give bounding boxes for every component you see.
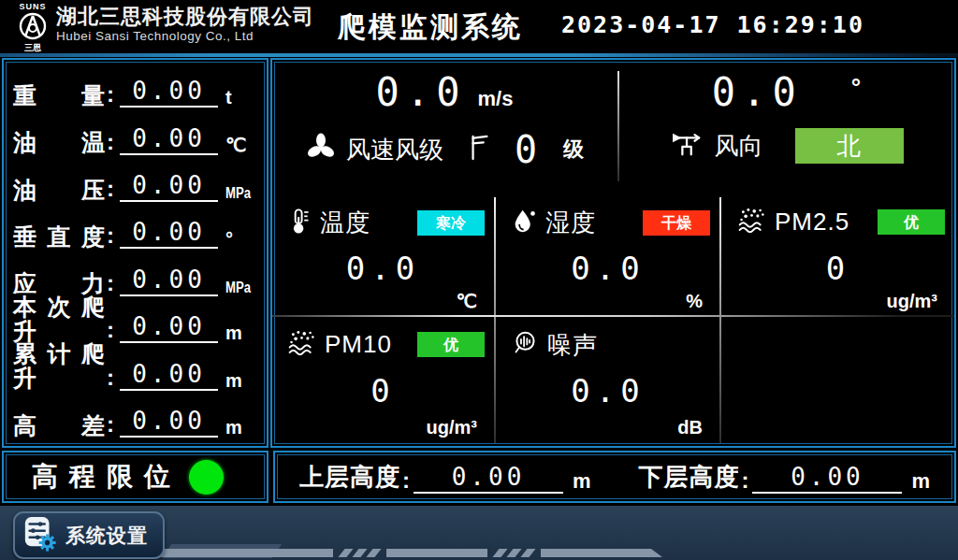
settings-button-label: 系统设置 [65,523,148,549]
env-unit: dB [677,417,703,438]
metrics-panel: 重量: 0.00 t 油温: 0.00 ℃ 油压: 0.00 MPa 垂直度: … [2,58,269,448]
env-label: 湿度 [545,207,596,239]
company-name-en: Hubei Sansi Technology Co., Ltd [56,30,314,43]
colon: : [107,365,114,391]
env-unit: ug/m³ [427,417,477,438]
colon: : [402,467,410,494]
header-divider [0,53,958,57]
metric-label: 本次爬升 [13,294,105,344]
env-value: 0.0 [497,372,719,409]
env-value: 0.0 [272,250,494,287]
datetime-display: 2023-04-17 16:29:10 [561,11,864,38]
logo-sansi-text: 三思 [24,43,42,52]
env-label: PM2.5 [775,208,849,237]
elevation-limit-box: 高程限位 [2,451,269,503]
grid-divider-horizontal [272,315,954,317]
metric-unit: MPa [225,185,254,202]
wind-speed-section: 0.0 m/s 风速风级 [272,62,617,193]
sliders-gear-icon [22,515,58,556]
wind-direction-badge: 北 [795,128,904,164]
wind-level-icon [468,134,492,165]
upper-level-unit: m [573,469,591,494]
env-cell-pm10: PM10 优 0 ug/m³ [272,318,494,441]
upper-level-label: 上层高度 [299,461,400,494]
env-cell-temperature: 温度 寒冷 0.0 ℃ [272,195,494,315]
metric-label: 垂直度 [13,224,105,249]
metric-value: 0.00 [120,407,218,438]
metric-unit: m [225,370,259,391]
metric-label: 重量 [13,83,105,108]
env-label: 噪声 [547,329,598,362]
metric-unit: ° [225,228,259,249]
thermometer-icon [287,207,312,239]
upper-level-value: 0.00 [414,463,563,494]
env-value: 0.0 [497,250,719,287]
page-title: 爬模监测系统 [318,8,543,47]
footer-bar: 系统设置 [0,506,958,560]
env-label: 温度 [320,207,370,239]
metric-row-verticality: 垂直度: 0.00 ° [13,207,259,253]
lower-level-unit: m [911,469,930,494]
env-label: PM10 [325,330,392,359]
wind-direction-value: 0.0 [712,69,803,115]
colon: : [107,81,114,108]
lower-level-value: 0.00 [752,463,902,494]
metric-value: 0.00 [120,312,218,343]
metric-value: 0.00 [120,124,218,155]
elevation-limit-label: 高程限位 [32,459,181,495]
grid-divider-vertical [494,197,496,443]
env-cell-pm25: PM2.5 优 0 ug/m³ [722,195,954,315]
env-value: 0 [722,250,954,287]
wind-speed-value: 0.0 [376,69,467,115]
colon: : [107,176,114,202]
wind-direction-label: 风向 [715,130,763,163]
metric-unit: m [225,323,259,343]
status-badge: 优 [417,332,485,357]
company-logo: SUNS 三思 [11,1,54,56]
metric-unit: MPa [225,280,254,296]
wind-level-unit: 级 [563,136,584,164]
system-settings-button[interactable]: 系统设置 [13,511,165,559]
metric-value: 0.00 [120,77,218,108]
header: SUNS 三思 湖北三思科技股份有限公司 Hubei Sansi Technol… [0,0,958,53]
env-cell-noise: 噪声 0.0 dB [497,318,719,441]
colon: : [741,467,748,494]
colon: : [107,317,114,343]
env-value: 0 [272,372,494,409]
company-name-block: 湖北三思科技股份有限公司 Hubei Sansi Technology Co.,… [56,6,314,43]
metric-label: 高差 [13,413,105,438]
metric-row-weight: 重量: 0.00 t [13,65,259,112]
levels-box: 上层高度: 0.00 m 下层高度: 0.00 m [273,451,956,503]
metric-unit: m [225,417,259,438]
wind-direction-section: 0.0 ° 风向 北 [620,62,952,193]
env-unit: ug/m³ [887,291,937,312]
climbing-formwork-monitor-screen: SUNS 三思 湖北三思科技股份有限公司 Hubei Sansi Technol… [0,0,958,560]
colon: : [107,223,114,249]
metric-unit: t [225,87,259,108]
metric-row-oil-pressure: 油压: 0.00 MPa [13,160,259,207]
env-unit: % [686,291,703,312]
wind-level-value: 0 [515,128,539,171]
env-unit: ℃ [457,290,477,312]
metric-value: 0.00 [120,266,218,296]
metric-label: 应力 [13,271,105,295]
metric-value: 0.00 [120,360,218,391]
company-name-cn: 湖北三思科技股份有限公司 [56,6,314,27]
status-badge: 优 [878,209,945,235]
wind-speed-label: 风速风级 [346,134,443,166]
metric-row-oil-temperature: 油温: 0.00 ℃ [13,112,259,159]
dust-icon [287,329,316,359]
grid-divider-vertical [719,197,721,443]
wind-direction-unit: ° [851,73,861,102]
limit-status-indicator [189,460,224,495]
lower-level-group: 下层高度: 0.00 m [638,461,930,494]
metric-label: 油压 [13,178,105,202]
colon: : [107,270,114,296]
metric-value: 0.00 [120,218,218,249]
upper-level-group: 上层高度: 0.00 m [299,461,591,494]
droplet-icon [512,208,537,238]
metric-label: 油温 [13,130,105,154]
colon: : [107,129,114,155]
fan-icon [305,132,337,167]
wind-section-divider [617,71,619,181]
